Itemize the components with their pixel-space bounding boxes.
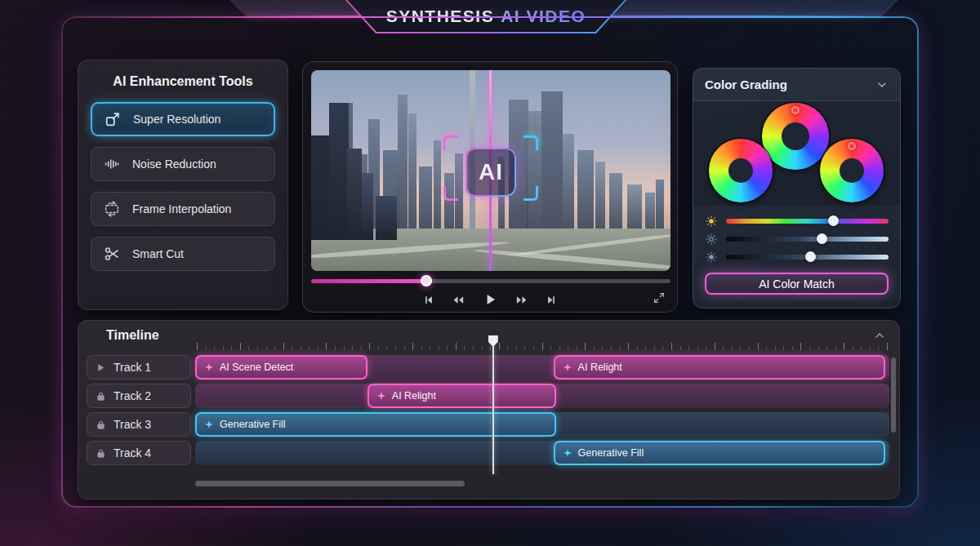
ruler-tick	[266, 346, 267, 350]
building-silhouette	[609, 173, 622, 232]
brightness-slider-row	[705, 233, 889, 245]
wheel-indicator[interactable]	[848, 142, 856, 150]
ruler-tick	[800, 343, 801, 350]
tool-smart-cut-button[interactable]: Smart Cut	[91, 237, 275, 271]
ruler-tick	[835, 346, 836, 350]
track-3-label[interactable]: Track 3	[87, 412, 191, 437]
hue-slider-knob[interactable]	[828, 215, 839, 226]
tool-noise-reduction-button[interactable]: Noise Reduction	[91, 147, 275, 181]
fast-forward-button[interactable]	[513, 292, 530, 308]
color-wheel[interactable]	[762, 103, 829, 170]
ruler-tick	[740, 346, 741, 350]
ruler-tick	[637, 346, 638, 350]
hue-slider-row	[705, 215, 889, 227]
brightness-slider[interactable]	[726, 237, 889, 242]
building-silhouette	[419, 166, 432, 232]
clip-label: Generative Fill	[578, 447, 644, 459]
track-4-label[interactable]: Track 4	[87, 441, 191, 465]
ruler-tick	[715, 343, 715, 350]
sparkle-icon	[376, 391, 386, 401]
chevron-down-icon[interactable]	[875, 78, 889, 91]
ruler-tick	[844, 343, 844, 350]
ruler-tick	[568, 346, 568, 350]
ai-color-match-button[interactable]: AI Color Match	[705, 273, 889, 295]
track-1-lane[interactable]: AI Scene DetectAI Relight	[195, 355, 889, 380]
ruler-tick	[421, 346, 422, 350]
timeline-ruler[interactable]	[197, 340, 887, 350]
brightness-sun-icon	[705, 233, 718, 246]
clip-label: AI Scene Detect	[220, 362, 293, 373]
ruler-tick	[248, 346, 249, 350]
ruler-tick	[447, 346, 448, 350]
play-button[interactable]	[481, 291, 499, 309]
tools-panel-title: AI Enhancement Tools	[91, 74, 275, 89]
color-wheels-section	[693, 101, 900, 206]
track-row: Track 3 Generative Fill	[87, 412, 889, 437]
track-label-text: Track 4	[114, 446, 151, 459]
track-row: Track 4 Generative Fill	[87, 441, 889, 465]
skip-start-button[interactable]	[421, 292, 436, 308]
color-wheel[interactable]	[820, 139, 884, 202]
ruler-tick	[732, 346, 733, 350]
track-1-label[interactable]: Track 1	[87, 355, 191, 380]
upscale-icon	[102, 110, 123, 128]
timeline-vertical-scrollbar[interactable]	[891, 357, 896, 433]
sparkle-icon	[204, 362, 214, 372]
timeline-clip[interactable]: Generative Fill	[554, 441, 885, 465]
playback-progress-bar[interactable]	[311, 279, 670, 283]
timeline-clip[interactable]: AI Relight	[554, 355, 885, 380]
track-3-lane[interactable]: Generative Fill	[195, 412, 889, 437]
timeline-clip[interactable]: AI Relight	[368, 384, 556, 408]
ruler-tick	[766, 346, 767, 350]
timeline-tracks: Track 1 AI Scene DetectAI Relight Track …	[87, 355, 889, 469]
track-2-lane[interactable]: AI Relight	[195, 384, 889, 408]
color-wheel[interactable]	[709, 139, 773, 202]
tool-frame-interpolation-button[interactable]: Frame Interpolation	[91, 192, 275, 226]
ruler-tick	[507, 346, 508, 350]
fullscreen-button[interactable]	[653, 291, 666, 304]
playback-progress-fill	[311, 279, 426, 283]
sparkle-icon	[563, 448, 572, 458]
ruler-tick	[628, 343, 629, 350]
timeline-clip[interactable]: Generative Fill	[195, 412, 556, 437]
ruler-tick	[206, 346, 207, 350]
ruler-tick	[853, 346, 853, 350]
ruler-tick	[378, 346, 379, 350]
timeline-horizontal-scrollbar[interactable]	[195, 481, 465, 486]
ruler-tick	[654, 346, 655, 350]
ruler-tick	[309, 346, 310, 350]
rewind-button[interactable]	[450, 292, 467, 308]
clip-label: Generative Fill	[220, 419, 286, 430]
color-grading-header[interactable]: Color Grading	[693, 69, 900, 100]
timeline-clip[interactable]: AI Scene Detect	[195, 355, 368, 380]
building-silhouette	[595, 162, 605, 232]
track-2-label[interactable]: Track 2	[87, 384, 191, 408]
timeline-title: Timeline	[106, 328, 159, 343]
ruler-tick	[775, 346, 776, 350]
tool-super-resolution-button[interactable]: Super Resolution	[91, 102, 275, 136]
contrast-slider[interactable]	[726, 255, 889, 260]
ruler-tick	[456, 343, 457, 350]
ruler-tick	[464, 346, 465, 350]
app-window: SYNTHESIS AI VIDEO AI Enhancement Tools …	[0, 0, 980, 546]
contrast-slider-knob[interactable]	[805, 251, 816, 262]
playback-progress-knob[interactable]	[421, 275, 432, 286]
hue-slider[interactable]	[726, 219, 889, 224]
ruler-tick	[826, 346, 827, 350]
track-4-lane[interactable]: Generative Fill	[195, 441, 889, 465]
ruler-tick	[318, 346, 318, 350]
brightness-slider-knob[interactable]	[817, 233, 827, 244]
clip-label: AI Relight	[392, 390, 436, 402]
skip-end-button[interactable]	[544, 292, 559, 308]
playhead[interactable]	[492, 339, 494, 474]
building-silhouette	[444, 173, 454, 232]
wheel-indicator[interactable]	[791, 106, 800, 114]
focus-bracket-icon	[523, 186, 538, 201]
timeline-panel: Timeline Track 1 AI Scene DetectAI Relig…	[78, 320, 900, 499]
ruler-tick	[585, 343, 586, 350]
ruler-tick	[620, 346, 621, 350]
ruler-tick	[352, 346, 353, 350]
video-frame[interactable]: AI	[311, 70, 670, 271]
tool-label: Frame Interpolation	[132, 202, 231, 215]
ruler-tick	[283, 343, 284, 350]
